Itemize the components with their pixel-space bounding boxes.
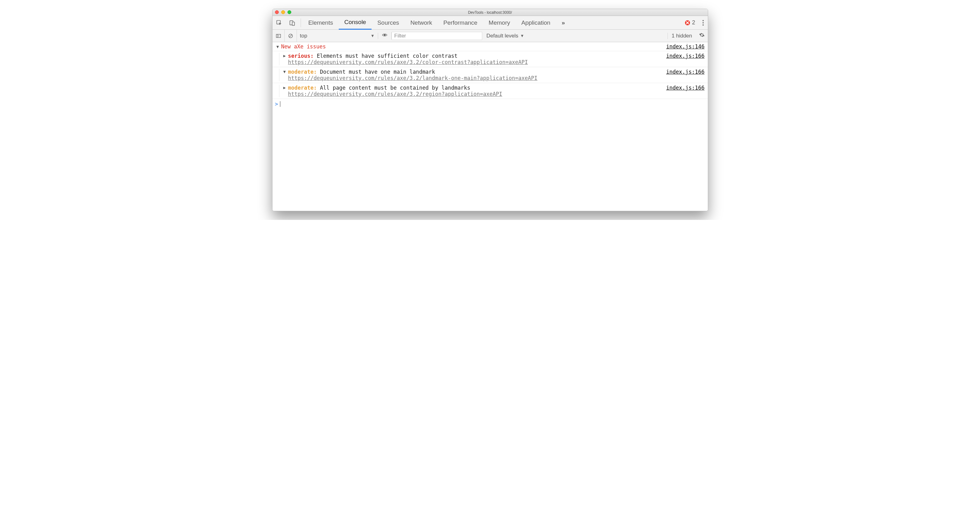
minimize-window-icon[interactable] (281, 10, 285, 14)
tab-label: Sources (377, 19, 399, 26)
text-cursor (280, 101, 280, 107)
console-settings-icon[interactable] (696, 32, 708, 39)
tab-label: Elements (309, 19, 333, 26)
console-message: ▶serious: Elements must have sufficient … (272, 51, 708, 67)
close-window-icon[interactable] (275, 10, 279, 14)
tab-console[interactable]: Console (339, 16, 372, 30)
message-text: Elements must have sufficient color cont… (313, 53, 458, 59)
zoom-window-icon[interactable] (288, 10, 291, 14)
disclosure-triangle-icon[interactable]: ▼ (283, 69, 287, 74)
error-counter[interactable]: 2 (685, 19, 698, 26)
clear-console-icon[interactable] (285, 30, 297, 42)
console-prompt[interactable]: > (272, 99, 708, 109)
error-badge-icon (685, 20, 690, 25)
rule-help-link[interactable]: https://dequeuniversity.com/rules/axe/3.… (288, 59, 528, 65)
tab-elements[interactable]: Elements (303, 16, 339, 30)
titlebar: DevTools - localhost:3000/ (272, 9, 708, 16)
devtools-window: DevTools - localhost:3000/ ElementsConso… (272, 9, 708, 211)
severity-label: serious: (288, 53, 314, 59)
tab-sources[interactable]: Sources (372, 16, 405, 30)
live-expression-icon[interactable] (378, 32, 391, 39)
svg-line-6 (289, 34, 292, 37)
console-toolbar: top ▼ Default levels ▼ 1 hidden (272, 30, 708, 42)
console-message: ▼moderate: Document must have one main l… (272, 67, 708, 83)
prompt-chevron-icon: > (275, 101, 278, 107)
message-body: moderate: Document must have one main la… (288, 69, 660, 81)
message-gutter (272, 53, 279, 65)
tab-label: Network (410, 19, 432, 26)
tab-label: Console (344, 19, 366, 25)
svg-rect-2 (292, 22, 295, 25)
severity-label: moderate: (288, 69, 317, 75)
tab-memory[interactable]: Memory (483, 16, 516, 30)
console-group-header[interactable]: ▼ New aXe issues index.js:146 (272, 42, 708, 51)
log-level-label: Default levels (487, 33, 519, 39)
tab-network[interactable]: Network (405, 16, 438, 30)
tab-label: Application (521, 19, 550, 26)
execution-context-selector[interactable]: top ▼ (297, 33, 378, 39)
traffic-lights (275, 10, 291, 14)
source-link[interactable]: index.js:166 (660, 85, 705, 97)
severity-label: moderate: (288, 85, 317, 91)
message-text: All page content must be contained by la… (317, 85, 470, 91)
console-filter-input[interactable] (391, 32, 482, 40)
tab-application[interactable]: Application (515, 16, 556, 30)
source-link[interactable]: index.js:166 (660, 53, 705, 65)
error-count: 2 (692, 19, 695, 26)
tabs-row: ElementsConsoleSourcesNetworkPerformance… (272, 16, 708, 30)
message-body: serious: Elements must have sufficient c… (288, 53, 660, 65)
message-gutter (272, 69, 279, 81)
inspect-element-icon[interactable] (272, 16, 286, 30)
window-title: DevTools - localhost:3000/ (468, 10, 512, 15)
toggle-console-sidebar-icon[interactable] (272, 30, 285, 42)
message-body: moderate: All page content must be conta… (288, 85, 660, 97)
disclosure-triangle-icon[interactable]: ▶ (283, 53, 287, 58)
log-level-selector[interactable]: Default levels ▼ (482, 33, 529, 39)
message-gutter (272, 85, 279, 97)
tab-performance[interactable]: Performance (438, 16, 483, 30)
tab-label: Memory (489, 19, 510, 26)
tab-label: Performance (444, 19, 477, 26)
execution-context-label: top (300, 33, 307, 39)
console-message: ▶moderate: All page content must be cont… (272, 83, 708, 99)
device-toolbar-icon[interactable] (286, 16, 299, 30)
rule-help-link[interactable]: https://dequeuniversity.com/rules/axe/3.… (288, 75, 538, 81)
svg-point-7 (384, 34, 385, 36)
settings-menu-icon[interactable] (698, 20, 708, 25)
dropdown-triangle-icon: ▼ (371, 33, 375, 38)
tabs-overflow-icon[interactable]: » (556, 19, 571, 26)
message-text: Document must have one main landmark (317, 69, 435, 75)
hidden-messages-count[interactable]: 1 hidden (668, 33, 695, 39)
disclosure-triangle-icon[interactable]: ▼ (275, 44, 280, 49)
group-title: New aXe issues (281, 43, 326, 50)
dropdown-triangle-icon: ▼ (520, 33, 524, 38)
source-link[interactable]: index.js:146 (660, 43, 705, 50)
disclosure-triangle-icon[interactable]: ▶ (283, 85, 287, 90)
divider (301, 18, 301, 27)
source-link[interactable]: index.js:166 (660, 69, 705, 81)
rule-help-link[interactable]: https://dequeuniversity.com/rules/axe/3.… (288, 91, 503, 97)
console-output: ▼ New aXe issues index.js:146 ▶serious: … (272, 42, 708, 211)
